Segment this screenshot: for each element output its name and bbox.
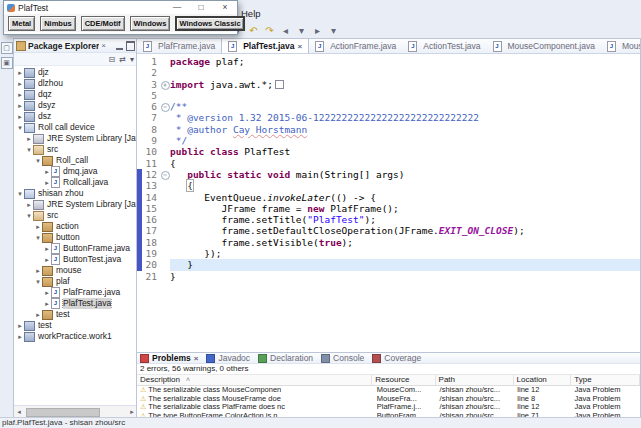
maximize-view-icon[interactable]	[126, 41, 135, 51]
package-explorer-title[interactable]: Package Explorer	[28, 41, 99, 51]
toolbar-back-dropdown-icon[interactable]: ▾	[296, 24, 307, 37]
tree-item-src[interactable]: ▾src	[14, 144, 137, 155]
editor-tab-plaftest-java[interactable]: JPlafTest.java×	[221, 39, 309, 53]
toolbar-forward-dropdown-icon[interactable]: ▾	[328, 24, 339, 37]
lookandfeel-button-windows[interactable]: Windows	[130, 16, 171, 31]
code-line-21[interactable]: 21}	[137, 271, 640, 282]
column-header-description[interactable]: Description˄	[137, 375, 372, 385]
tree-item-workpractice-work1[interactable]: ▸workPractice.work1	[14, 331, 137, 342]
code-line-18[interactable]: 18 frame.setVisible(true);	[137, 237, 640, 248]
tree-item-rollcall-java[interactable]: ▸JRollcall.java	[14, 177, 137, 188]
code-line-16[interactable]: 16 frame.setTitle("PlafTest");	[137, 214, 640, 225]
toolbar-forward-history-icon[interactable]: ▸	[312, 24, 323, 37]
code-line-10[interactable]: 10public class PlafTest	[137, 146, 640, 157]
chevron-right-icon[interactable]: ▸	[25, 199, 33, 210]
code-area[interactable]: 1package plaf;23+import java.awt.*;56−/*…	[137, 54, 640, 353]
column-header-location[interactable]: Location	[514, 375, 572, 385]
tree-item-plaf[interactable]: ▾plaf	[14, 276, 137, 287]
code-line-1[interactable]: 1package plaf;	[137, 56, 640, 67]
chevron-right-icon[interactable]: ▸	[43, 166, 51, 177]
chevron-right-icon[interactable]: ▸	[43, 177, 51, 188]
tree-item-dsyz[interactable]: ▸dsyz	[14, 100, 137, 111]
chevron-right-icon[interactable]: ▸	[16, 331, 24, 342]
problem-row[interactable]: ⚠The serializable class PlafFrame does n…	[137, 403, 640, 412]
tab-javadoc[interactable]: Javadoc	[206, 353, 250, 363]
tab-declaration[interactable]: Declaration	[258, 353, 313, 363]
chevron-right-icon[interactable]: ▸	[16, 67, 24, 78]
toolbar-back-history-icon[interactable]: ◂	[280, 24, 291, 37]
fast-view-java-icon[interactable]: ▣	[1, 57, 13, 69]
chevron-down-icon[interactable]: ▾	[25, 144, 33, 155]
tree-item-roll-call[interactable]: ▾Roll_call	[14, 155, 137, 166]
close-tab-icon[interactable]: ×	[194, 354, 199, 363]
tree-item-dmq-java[interactable]: ▸Jdmq.java	[14, 166, 137, 177]
tree-item-action[interactable]: ▸action	[14, 221, 137, 232]
tree-item-jre-system-library-javase-1-8[interactable]: ▸JRE System Library [JavaSE-1.8]	[14, 199, 137, 210]
tab-problems[interactable]: Problems×	[140, 353, 198, 363]
package-explorer-hscrollbar[interactable]: ◂ ▸	[14, 405, 137, 417]
tree-item-dlzhou[interactable]: ▸dlzhou	[14, 78, 137, 89]
chevron-right-icon[interactable]: ▸	[16, 89, 24, 100]
chevron-down-icon[interactable]: ▾	[34, 155, 42, 166]
tree-item-plafframe-java[interactable]: ▸JPlafFrame.java	[14, 287, 137, 298]
chevron-down-icon[interactable]: ▾	[34, 232, 42, 243]
tree-item-src[interactable]: ▾src	[14, 210, 137, 221]
chevron-right-icon[interactable]: ▸	[16, 78, 24, 89]
code-line-20[interactable]: 20 }	[137, 259, 640, 270]
collapse-all-icon[interactable]: ⊟	[109, 55, 116, 64]
code-line-6[interactable]: 6−/**	[137, 101, 640, 112]
column-header-type[interactable]: Type	[571, 375, 640, 385]
tree-item-test[interactable]: ▸test	[14, 320, 137, 331]
fast-view-editor-icon[interactable]: ▢	[1, 42, 13, 54]
chevron-right-icon[interactable]: ▸	[34, 221, 42, 232]
code-line-5[interactable]: 5	[137, 90, 640, 101]
fold-expanded-icon[interactable]: −	[160, 169, 170, 180]
code-line-15[interactable]: 15 JFrame frame = new PlafFrame();	[137, 203, 640, 214]
close-tab-icon[interactable]: ×	[298, 42, 303, 51]
lookandfeel-button-nimbus[interactable]: Nimbus	[40, 16, 76, 31]
toolbar-last-edit-location-icon[interactable]: ↶	[248, 24, 259, 37]
problem-row[interactable]: ⚠The serializable class MouseComponenMou…	[137, 386, 640, 395]
chevron-down-icon[interactable]: ▾	[25, 210, 33, 221]
tree-item-dqz[interactable]: ▸dqz	[14, 89, 137, 100]
editor-tab-plafframe-java[interactable]: JPlafFrame.java	[137, 39, 221, 53]
chevron-right-icon[interactable]: ▸	[34, 265, 42, 276]
chevron-right-icon[interactable]: ▸	[43, 243, 51, 254]
tree-item-buttontest-java[interactable]: ▸JButtonTest.java	[14, 254, 137, 265]
tree-item-dsz[interactable]: ▸dsz	[14, 111, 137, 122]
tree-item-plaftest-java[interactable]: ▸JPlafTest.java	[14, 298, 137, 309]
fold-collapsed-icon[interactable]: +	[160, 79, 170, 90]
code-line-9[interactable]: 9 */	[137, 135, 640, 146]
minimize-view-icon[interactable]	[116, 41, 123, 50]
chevron-down-icon[interactable]: ▾	[16, 122, 24, 133]
view-menu-icon[interactable]: ▾	[130, 55, 134, 64]
tree-item-button[interactable]: ▾button	[14, 232, 137, 243]
chevron-right-icon[interactable]: ▸	[43, 298, 51, 309]
plaftest-titlebar[interactable]: PlafTest —□×	[4, 1, 237, 14]
chevron-right-icon[interactable]: ▸	[34, 309, 42, 320]
editor-tab-mousecomponent-java[interactable]: JMouseComponent.java	[487, 39, 601, 53]
code-line-11[interactable]: 11{	[137, 158, 640, 169]
maximize-window-icon[interactable]: □	[189, 1, 213, 14]
code-line-14[interactable]: 14 EventQueue.invokeLater(() -> {	[137, 192, 640, 203]
chevron-down-icon[interactable]: ▾	[34, 276, 42, 287]
code-line-17[interactable]: 17 frame.setDefaultCloseOperation(JFrame…	[137, 225, 640, 236]
scroll-thumb[interactable]	[26, 408, 100, 417]
tree-item-roll-call-device[interactable]: ▾Roll call device	[14, 122, 137, 133]
code-line-2[interactable]: 2	[137, 67, 640, 78]
column-header-resource[interactable]: Resource	[372, 375, 435, 385]
tree-item-shisan-zhou[interactable]: ▾shisan zhou	[14, 188, 137, 199]
fold-expanded-icon[interactable]: −	[160, 101, 170, 112]
editor-tab-mouseframe-java[interactable]: JMouseFrame.java	[601, 39, 640, 53]
editor-tab-actiontest-java[interactable]: JActionTest.java	[402, 39, 486, 53]
lookandfeel-button-metal[interactable]: Metal	[8, 16, 35, 31]
tree-item-jre-system-library-javase-1-8[interactable]: ▸JRE System Library [JavaSE-1.8]	[14, 133, 137, 144]
collapsed-region-icon[interactable]	[275, 80, 284, 89]
code-line-7[interactable]: 7 * @version 1.32 2015-06-12222222222222…	[137, 112, 640, 123]
code-line-12[interactable]: 12− public static void main(String[] arg…	[137, 169, 640, 180]
code-line-8[interactable]: 8 * @author Cay Horstmann	[137, 124, 640, 135]
tree-item-test[interactable]: ▸test	[14, 309, 137, 320]
chevron-right-icon[interactable]: ▸	[43, 287, 51, 298]
chevron-right-icon[interactable]: ▸	[43, 254, 51, 265]
code-line-13[interactable]: 13 {	[137, 180, 640, 191]
